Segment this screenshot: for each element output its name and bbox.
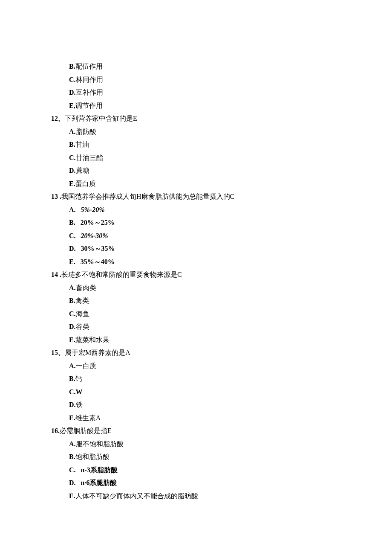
question-number: 15、 [51, 349, 65, 356]
question-stem: 16.必需胭肪酸是指E [51, 427, 392, 434]
option-text: n-3系脂肪酸 [81, 466, 118, 474]
option-text: 畜肉类 [76, 284, 96, 291]
option-label: D. [69, 245, 76, 252]
option: E.维生素A [51, 415, 392, 421]
question-number: 14 . [51, 271, 61, 278]
question-stem: 14 .长琏多不饱和常防酸的重要食物来源是C [51, 271, 392, 278]
option: A.一白质 [51, 363, 392, 369]
option-label: B. [69, 141, 75, 148]
question-text: 长琏多不饱和常防酸的重要食物来源是C [61, 271, 182, 278]
option-label: C. [69, 232, 76, 239]
option: C.林同作用 [51, 76, 392, 83]
option-text: W [76, 388, 83, 395]
option-label: E. [69, 492, 75, 500]
option-label: E. [69, 336, 75, 343]
option-text: 20%～25% [81, 219, 115, 226]
option: D. n·6系腿肪酸 [51, 479, 392, 486]
option: E.蛋白质 [51, 180, 392, 187]
option: C.W [51, 389, 392, 395]
option-text: 服不饱和脂肪酸 [76, 440, 124, 447]
option-text: 铁 [76, 401, 83, 408]
option-label: A. [69, 206, 76, 213]
option-text: 禽类 [75, 297, 89, 304]
option: C. 20%-30% [51, 232, 392, 239]
option-text: 甘油三酯 [76, 154, 103, 161]
option: B.禽类 [51, 297, 392, 304]
option-text: 钙 [75, 375, 82, 382]
option-label: C. [69, 76, 76, 83]
option-text: 海鱼 [76, 310, 89, 317]
option-label: E, [69, 102, 75, 109]
option-text: 配伍作用 [75, 63, 103, 70]
option-text: 35%～40% [81, 258, 115, 265]
option-label: B. [69, 375, 75, 382]
option-label: B. [69, 297, 75, 304]
option-label: C. [69, 154, 76, 161]
option-label: D. [69, 479, 76, 486]
option: E,调节作用 [51, 102, 392, 109]
option-text: 维生素A [75, 414, 101, 421]
option-text: 30%～35% [81, 245, 115, 252]
question-text: 必需胭肪酸是指E [60, 427, 112, 434]
option: B.配伍作用 [51, 63, 392, 70]
question-stem: 15、属于宏M西养素的是A [51, 349, 392, 356]
option: C.海鱼 [51, 311, 392, 317]
option: B.钙 [51, 375, 392, 382]
option: A.脂防酸 [51, 128, 392, 135]
option: B.甘油 [51, 141, 392, 148]
option-label: E. [69, 180, 75, 187]
option-text: 蔬菜和水果 [75, 336, 110, 343]
question-number: 12、 [51, 115, 65, 122]
option: E.蔬菜和水果 [51, 337, 392, 343]
option: A.服不饱和脂肪酸 [51, 441, 392, 447]
option-text: 谷类 [76, 323, 89, 330]
option-label: D. [69, 401, 76, 408]
option-text: 互补作用 [76, 89, 103, 96]
option-label: A. [69, 128, 76, 135]
option-label: C. [69, 388, 76, 395]
option-text: 蔗糖 [76, 167, 89, 174]
option-label: B. [69, 453, 75, 460]
option-label: C. [69, 310, 76, 317]
option-text: 调节作用 [75, 102, 103, 109]
option-text: 饱和脂肪酸 [75, 453, 110, 460]
option-text: 一白质 [76, 362, 96, 369]
option-label: D. [69, 89, 76, 96]
option-label: D. [69, 323, 76, 330]
option-text: 蛋白质 [75, 180, 96, 187]
option-label: E. [69, 258, 75, 265]
question-text: 我国范养学会推荐成人旬H麻食脂肪供能为总能量摄入的C [61, 193, 234, 200]
question-stem: 13 .我国范养学会推荐成人旬H麻食脂肪供能为总能量摄入的C [51, 193, 392, 200]
question-text: 属于宏M西养素的是A [65, 349, 130, 356]
option: E.人体不可缺少而体内又不能合成的脂昉酸 [51, 493, 392, 500]
question-stem: 12、下列营养家中含缸的是E [51, 115, 392, 122]
question-number: 16. [51, 427, 60, 434]
option-label: A. [69, 362, 76, 369]
option-label: A. [69, 440, 76, 447]
option-label: E. [69, 414, 75, 421]
option: D. 30%～35% [51, 245, 392, 252]
option: C. n-3系脂肪酸 [51, 467, 392, 474]
option: B.饱和脂肪酸 [51, 453, 392, 460]
option-label: C. [69, 466, 76, 474]
option: E. 35%～40% [51, 259, 392, 265]
option-text: 林同作用 [76, 76, 103, 83]
option: D.蔗糖 [51, 167, 392, 174]
option: D.谷类 [51, 323, 392, 330]
option-text: 人体不可缺少而体内又不能合成的脂昉酸 [75, 492, 198, 500]
question-number: 13 . [51, 193, 61, 200]
option-label: B. [69, 219, 75, 226]
option: C.甘油三酯 [51, 154, 392, 161]
question-text: 下列营养家中含缸的是E [65, 115, 137, 122]
option: B. 20%～25% [51, 219, 392, 226]
option-text: 5%-20% [81, 206, 105, 213]
option-label: A. [69, 284, 76, 291]
option-text: 脂防酸 [76, 128, 96, 135]
option-text: 20%-30% [81, 232, 108, 239]
option-text: 甘油 [75, 141, 89, 148]
option-label: B. [69, 63, 75, 70]
option: A.畜肉类 [51, 285, 392, 291]
option: A. 5%-20% [51, 206, 392, 213]
option-text: n·6系腿肪酸 [81, 479, 117, 486]
option: D.互补作用 [51, 89, 392, 96]
